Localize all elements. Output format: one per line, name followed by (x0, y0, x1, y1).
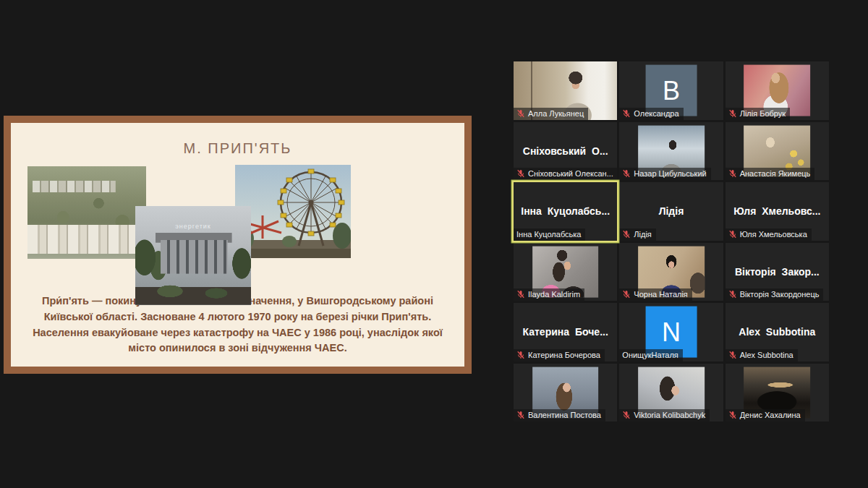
muted-mic-icon (728, 230, 737, 239)
muted-mic-icon (728, 290, 737, 299)
participant-nameplate: Алла Лукьянец (514, 108, 588, 120)
participant-tile[interactable]: Валентина Постова (514, 364, 617, 422)
muted-mic-icon (516, 351, 525, 359)
participant-nameplate: Юля Хмельовська (726, 228, 812, 241)
participant-name-label: Анастасія Якимець (740, 169, 811, 178)
participant-tile[interactable]: Юля Хмельовс... Юля Хмельовська (726, 182, 829, 241)
participant-name-label: Ilayda Kaldirim (528, 290, 580, 299)
participant-name-label: Чорна Наталія (634, 290, 688, 299)
participant-name-label: Катерина Бочерова (528, 351, 600, 359)
participant-tile[interactable]: Сніховський О... Сніховський Олексан... (514, 122, 617, 181)
participants-grid: Алла Лукьянец B Олександра Лілія (514, 61, 829, 421)
participant-nameplate: Лілія Бобрук (726, 108, 790, 120)
participant-name-label: Інна Куцолабська (516, 230, 581, 239)
participant-nameplate: Валентина Постова (514, 409, 605, 421)
participant-name-label: Валентина Постова (528, 411, 601, 419)
pripyat-aerial-photo (27, 166, 146, 259)
participant-nameplate: Alex Subbotina (726, 349, 798, 361)
muted-mic-icon (622, 169, 631, 178)
participant-nameplate: Олександра (619, 108, 683, 120)
muted-mic-icon (622, 411, 631, 419)
participant-nameplate: Сніховський Олексан... (514, 168, 617, 180)
participant-tile[interactable]: Вікторія Закор... Вікторія Закордонець (726, 243, 829, 301)
participant-nameplate: Назар Цибульський (619, 168, 710, 180)
participant-nameplate: Чорна Наталія (619, 288, 692, 301)
participant-name-label: Вікторія Закордонець (740, 290, 820, 299)
participant-tile[interactable]: N ОнищукНаталя (619, 303, 723, 361)
muted-mic-icon (622, 290, 631, 299)
participant-name-label: Денис Хахалина (740, 411, 801, 419)
participant-tile[interactable]: Лідія Лідія (619, 182, 723, 241)
participant-tile[interactable]: Денис Хахалина (726, 364, 829, 422)
slide-title: М. ПРИП'ЯТЬ (11, 140, 464, 157)
presentation-slide: М. ПРИП'ЯТЬ (4, 116, 472, 374)
energetik-building-photo: энергетик (135, 206, 251, 305)
participant-name-label: Олександра (634, 109, 678, 118)
ferris-wheel-illustration (235, 165, 351, 258)
muted-mic-icon (728, 109, 737, 118)
participant-nameplate: Денис Хахалина (726, 409, 805, 421)
participant-nameplate: Вікторія Закордонець (726, 288, 824, 301)
participant-tile[interactable]: Анастасія Якимець (726, 122, 829, 181)
participant-name-label: Лідія (634, 230, 651, 239)
participant-nameplate: Viktoria Kolibabchyk (619, 409, 710, 421)
participant-name-label: Юля Хмельовська (740, 230, 807, 239)
participant-nameplate: ОнищукНаталя (619, 349, 683, 361)
muted-mic-icon (516, 169, 525, 178)
participant-name-label: Alex Subbotina (740, 351, 793, 359)
participant-name-label: Сніховський Олексан... (528, 169, 613, 178)
participant-tile[interactable]: Viktoria Kolibabchyk (619, 364, 723, 422)
energetik-sign-text: энергетик (175, 223, 210, 230)
muted-mic-icon (728, 351, 737, 359)
muted-mic-icon (728, 169, 737, 178)
participant-tile[interactable]: Лілія Бобрук (726, 61, 829, 120)
muted-mic-icon (728, 411, 737, 419)
participant-name-label: Лілія Бобрук (740, 109, 786, 118)
muted-mic-icon (622, 109, 631, 118)
muted-mic-icon (622, 230, 631, 239)
participant-tile[interactable]: Назар Цибульський (619, 122, 723, 181)
participant-tile[interactable]: Alex Subbotina Alex Subbotina (726, 303, 829, 361)
meeting-window: М. ПРИП'ЯТЬ (0, 0, 868, 488)
participant-tile[interactable]: Алла Лукьянец (514, 61, 617, 120)
muted-mic-icon (516, 290, 525, 299)
participant-nameplate: Катерина Бочерова (514, 349, 605, 361)
participant-tile[interactable]: Катерина Боче... Катерина Бочерова (514, 303, 617, 361)
muted-mic-icon (516, 411, 525, 419)
participant-name-label: Назар Цибульський (634, 169, 706, 178)
participant-nameplate: Ilayda Kaldirim (514, 288, 584, 301)
participant-name-label: ОнищукНаталя (622, 351, 678, 359)
participant-nameplate: Лідія (619, 228, 655, 241)
participant-tile[interactable]: B Олександра (619, 61, 723, 120)
muted-mic-icon (516, 109, 525, 118)
participant-name-label: Алла Лукьянец (528, 109, 584, 118)
participant-tile[interactable]: Ilayda Kaldirim (514, 243, 617, 301)
participant-tile[interactable]: Чорна Наталія (619, 243, 723, 301)
participant-name-label: Viktoria Kolibabchyk (634, 411, 705, 419)
participant-nameplate: Інна Куцолабська (514, 228, 585, 241)
ferris-wheel-photo (235, 165, 351, 258)
participant-tile[interactable]: Інна Куцолабсь... Інна Куцолабська (514, 182, 617, 241)
participant-nameplate: Анастасія Якимець (726, 168, 815, 180)
